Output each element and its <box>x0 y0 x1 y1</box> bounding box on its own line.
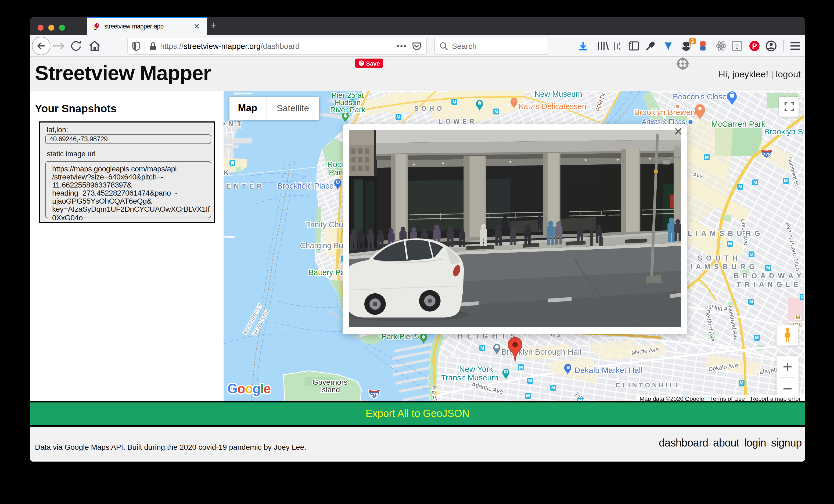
svg-text:M: M <box>755 335 759 341</box>
svg-text:M: M <box>750 252 753 257</box>
svg-text:M: M <box>705 154 709 160</box>
svg-text:M: M <box>749 299 753 304</box>
svg-text:M: M <box>738 184 742 190</box>
svg-text:M: M <box>480 345 484 351</box>
svg-text:Battery Pa: Battery Pa <box>308 268 345 277</box>
svg-text:M: M <box>528 378 532 384</box>
svg-text:M: M <box>526 393 530 398</box>
svg-text:Trinity Chu: Trinity Chu <box>306 220 343 229</box>
svg-text:McCarren Park: McCarren Park <box>711 119 766 128</box>
svg-text:L I A M S B U R G: L I A M S B U R G <box>688 229 761 238</box>
svg-text:478: 478 <box>370 392 378 398</box>
svg-text:Beacon's Closet: Beacon's Closet <box>673 92 729 101</box>
svg-text:M: M <box>519 365 523 370</box>
svg-text:T: T <box>735 42 739 50</box>
svg-text:Island: Island <box>320 386 340 394</box>
svg-text:M: M <box>801 294 804 300</box>
svg-text:L I A M S B U R G: L I A M S B U R G <box>682 263 755 271</box>
svg-text:M: M <box>495 109 498 114</box>
svg-text:M: M <box>753 180 757 185</box>
svg-text:Brooklyn Brewery: Brooklyn Brewery <box>634 108 697 116</box>
svg-text:T R I A N G L E: T R I A N G L E <box>737 281 799 288</box>
svg-text:M: M <box>453 99 456 105</box>
svg-text:B R O A D W A Y: B R O A D W A Y <box>733 272 802 280</box>
svg-text:New Museum: New Museum <box>534 91 582 98</box>
svg-text:Dekalb Market Hall: Dekalb Market Hall <box>574 366 642 374</box>
svg-text:M: M <box>766 265 770 270</box>
svg-text:Katz's Delicatessen: Katz's Delicatessen <box>519 102 586 111</box>
svg-text:River Park: River Park <box>330 106 366 114</box>
svg-text:M: M <box>784 178 788 183</box>
svg-text:Transit Museum: Transit Museum <box>441 373 499 382</box>
svg-text:M: M <box>740 380 743 386</box>
svg-text:M: M <box>551 385 555 390</box>
svg-text:M: M <box>795 314 800 320</box>
svg-text:New York: New York <box>459 365 493 373</box>
svg-text:C L I N T O N H I L L: C L I N T O N H I L L <box>616 381 680 389</box>
svg-text:Brooklyn Ste: Brooklyn Ste <box>764 127 804 136</box>
svg-text:M: M <box>728 241 732 246</box>
svg-text:Governors: Governors <box>312 378 348 386</box>
svg-text:M: M <box>397 114 400 119</box>
svg-text:2: 2 <box>691 39 694 44</box>
svg-text:L O W E R: L O W E R <box>439 118 475 125</box>
svg-text:P: P <box>752 42 757 50</box>
svg-text:O N T: O N T <box>223 119 242 128</box>
svg-text:C E N T E R: C E N T E R <box>223 182 263 190</box>
svg-text:S O U T H: S O U T H <box>698 254 738 262</box>
svg-text:S O H O: S O H O <box>414 105 442 112</box>
svg-text:M: M <box>505 371 507 373</box>
svg-text:K: K <box>223 169 229 177</box>
svg-text:Charging Bul: Charging Bul <box>300 241 345 250</box>
svg-text:Brookfield Place: Brookfield Place <box>277 182 334 190</box>
svg-text:278: 278 <box>762 152 771 157</box>
